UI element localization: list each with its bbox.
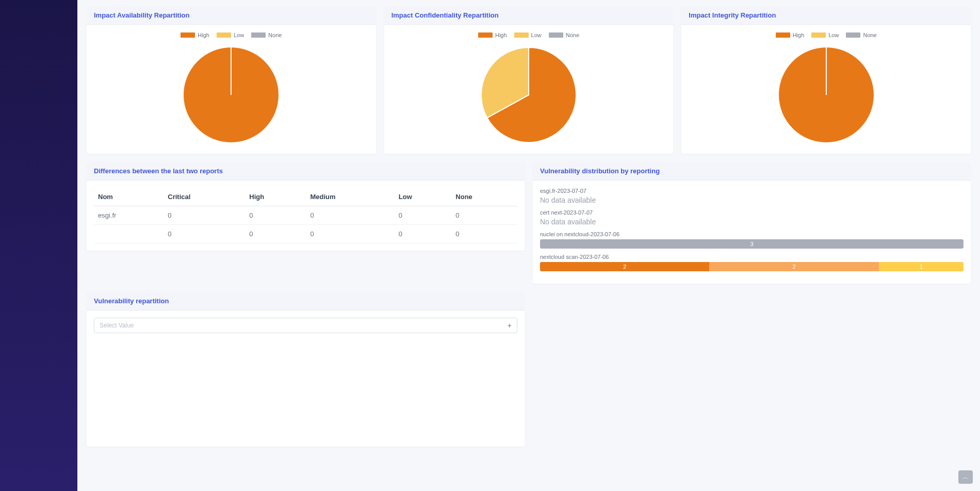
table-row: 00000 (94, 225, 517, 243)
legend-swatch (846, 32, 860, 38)
legend-swatch (549, 32, 563, 38)
table-header: High (245, 188, 306, 206)
table-cell: 0 (395, 206, 452, 225)
table-header: None (451, 188, 517, 206)
distribution-bar: 221 (540, 262, 963, 271)
sidebar (0, 0, 77, 491)
legend-label: Low (531, 32, 542, 38)
chart-legend: HighLowNone (776, 32, 877, 38)
table-header: Medium (306, 188, 394, 206)
legend-label: None (863, 32, 876, 38)
chart-legend: HighLowNone (181, 32, 282, 38)
pie-chart-title: Impact Availability Repartition (87, 6, 376, 25)
legend-swatch (478, 32, 493, 38)
table-cell: 0 (451, 206, 517, 225)
third-row: Vulnerability repartition Select Value + (87, 292, 971, 447)
distribution-label: cert next-2023-07-07 (540, 209, 963, 216)
pie-chart-card: Impact Integrity RepartitionHighLowNone (681, 6, 971, 154)
main-content: Impact Availability RepartitionHighLowNo… (77, 0, 980, 491)
legend-label: None (566, 32, 579, 38)
legend-item-low[interactable]: Low (811, 32, 839, 38)
no-data-text: No data available (540, 218, 963, 226)
legend-item-none[interactable]: None (251, 32, 282, 38)
legend-label: High (793, 32, 805, 38)
legend-label: High (495, 32, 507, 38)
legend-swatch (251, 32, 266, 38)
pie-chart-body: HighLowNone (681, 25, 971, 154)
table-header: Critical (164, 188, 245, 206)
legend-item-high[interactable]: High (478, 32, 507, 38)
legend-item-high[interactable]: High (181, 32, 209, 38)
table-cell: 0 (451, 225, 517, 243)
legend-item-low[interactable]: Low (514, 32, 542, 38)
pie-chart-title: Impact Confidentiality Repartition (384, 6, 674, 25)
pie-chart (477, 43, 580, 146)
pie-chart-body: HighLowNone (384, 25, 674, 154)
table-cell (94, 225, 164, 243)
table-cell: 0 (245, 206, 306, 225)
legend-swatch (217, 32, 231, 38)
chart-legend: HighLowNone (478, 32, 579, 38)
legend-swatch (514, 32, 529, 38)
table-cell: 0 (245, 225, 306, 243)
legend-item-low[interactable]: Low (217, 32, 244, 38)
scroll-top-button[interactable]: ︿ (958, 470, 973, 484)
repartition-select-placeholder: Select Value (100, 322, 134, 329)
repartition-title: Vulnerability repartition (87, 292, 525, 310)
table-cell: 0 (164, 225, 245, 243)
pie-chart-card: Impact Confidentiality RepartitionHighLo… (384, 6, 674, 154)
bar-segment: 1 (879, 262, 963, 271)
pie-chart-title: Impact Integrity Repartition (681, 6, 971, 25)
distribution-card: Vulnerability distribution by reporting … (533, 162, 971, 284)
table-cell: 0 (395, 225, 452, 243)
pie-chart (179, 43, 283, 146)
no-data-text: No data available (540, 196, 963, 204)
legend-swatch (776, 32, 790, 38)
repartition-card: Vulnerability repartition Select Value + (87, 292, 525, 447)
pie-charts-row: Impact Availability RepartitionHighLowNo… (87, 6, 971, 154)
table-header: Nom (94, 188, 164, 206)
differences-title: Differences between the last two reports (87, 162, 525, 181)
legend-item-high[interactable]: High (776, 32, 805, 38)
chevron-up-icon: ︿ (962, 473, 969, 482)
table-cell: esgi.fr (94, 206, 164, 225)
spacer (533, 292, 971, 447)
distribution-entry: cert next-2023-07-07No data available (540, 209, 963, 226)
differences-table: NomCriticalHighMediumLowNone esgi.fr0000… (94, 188, 517, 243)
distribution-label: nextcloud scan-2023-07-06 (540, 254, 963, 260)
legend-label: Low (234, 32, 244, 38)
table-header: Low (395, 188, 452, 206)
distribution-bar: 3 (540, 239, 963, 249)
distribution-entry: nextcloud scan-2023-07-06221 (540, 254, 963, 271)
pie-chart (775, 43, 878, 146)
table-cell: 0 (306, 225, 394, 243)
legend-label: Low (828, 32, 839, 38)
differences-card: Differences between the last two reports… (87, 162, 525, 251)
legend-label: None (268, 32, 282, 38)
table-row: esgi.fr00000 (94, 206, 517, 225)
legend-swatch (811, 32, 826, 38)
distribution-entry: esgi.fr-2023-07-07No data available (540, 188, 963, 204)
legend-label: High (198, 32, 209, 38)
distribution-entry: nuclei on nextcloud-2023-07-063 (540, 231, 963, 249)
bar-segment: 2 (540, 262, 709, 271)
repartition-select[interactable]: Select Value + (94, 318, 517, 333)
table-cell: 0 (164, 206, 245, 225)
distribution-title: Vulnerability distribution by reporting (533, 162, 971, 181)
legend-item-none[interactable]: None (549, 32, 579, 38)
table-cell: 0 (306, 206, 394, 225)
bar-segment: 3 (540, 239, 963, 249)
distribution-label: esgi.fr-2023-07-07 (540, 188, 963, 194)
second-row: Differences between the last two reports… (87, 162, 971, 284)
pie-chart-body: HighLowNone (87, 25, 376, 154)
pie-chart-card: Impact Availability RepartitionHighLowNo… (87, 6, 376, 154)
plus-icon: + (508, 321, 512, 330)
legend-swatch (181, 32, 195, 38)
distribution-label: nuclei on nextcloud-2023-07-06 (540, 231, 963, 237)
bar-segment: 2 (709, 262, 878, 271)
legend-item-none[interactable]: None (846, 32, 876, 38)
